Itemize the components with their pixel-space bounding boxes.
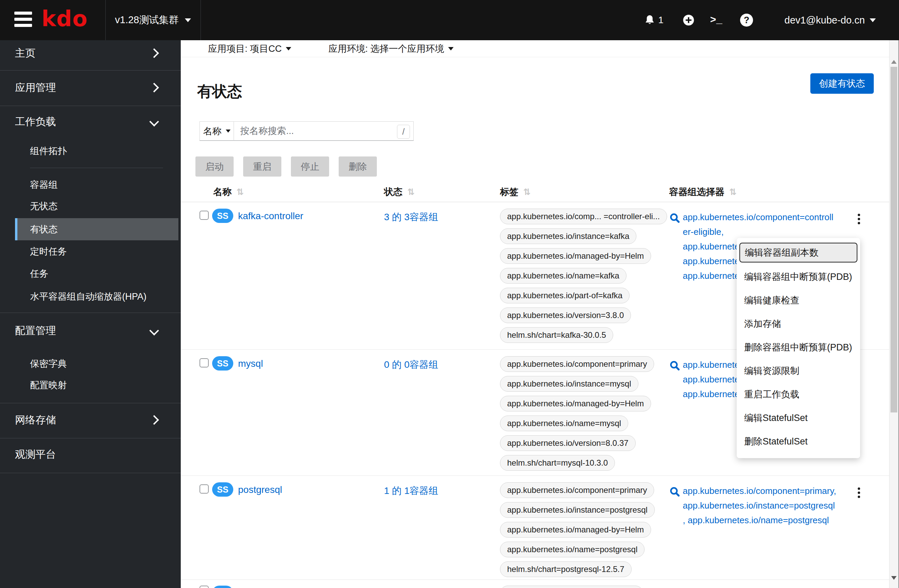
web-terminal-button[interactable]: >_	[710, 0, 722, 40]
search-input[interactable]	[234, 122, 413, 140]
project-dropdown[interactable]: 应用项目: 项目CC	[208, 40, 291, 57]
sidebar-item-topology[interactable]: 组件拓扑	[0, 141, 181, 161]
statefulset-badge: SS	[212, 208, 233, 223]
pod-selector-link[interactable]: app.kubernetes.io/component=primary, app…	[669, 484, 836, 528]
environment-dropdown[interactable]: 应用环境: 选择一个应用环境	[328, 40, 454, 57]
label-tag: app.kubernetes.io/managed-by=Helm	[500, 248, 651, 264]
menu-item-edit-statefulset[interactable]: 编辑StatefulSet	[737, 406, 860, 430]
row-checkbox[interactable]	[199, 485, 209, 494]
label-tag: app.kubernetes.io/component=primary	[500, 356, 654, 372]
row-actions-context-menu: 编辑容器组副本数 编辑容器组中断预算(PDB) 编辑健康检查 添加存储 删除容器…	[737, 238, 860, 458]
sidebar-item-label: 有状态	[30, 223, 58, 236]
labels-list: app.kubernetes.io/component=primary app.…	[500, 356, 654, 471]
nav-toggle-icon[interactable]	[14, 12, 32, 28]
menu-item-delete-pdb[interactable]: 删除容器组中断预算(PDB)	[737, 336, 860, 359]
menu-item-delete-statefulset[interactable]: 删除StatefulSet	[737, 430, 860, 453]
sidebar-item-label: 网络存储	[15, 413, 56, 427]
label-tag: helm.sh/chart=kafka-30.0.5	[500, 327, 613, 343]
workload-name-link[interactable]: postgresql	[238, 485, 282, 495]
scroll-down-arrow-icon[interactable]	[891, 576, 897, 580]
sidebar-item-pods[interactable]: 容器组	[0, 174, 181, 195]
sidebar-item-stateless[interactable]: 无状态	[0, 196, 181, 216]
sidebar-item-app-management[interactable]: 应用管理	[0, 77, 181, 98]
pods-status-link[interactable]: 3 的 3容器组	[384, 211, 438, 224]
vertical-scrollbar[interactable]	[889, 40, 899, 588]
label-tag: app.kubernetes.io/comp... =controller-el…	[500, 208, 667, 224]
selector-text: er-eligible,	[683, 225, 834, 239]
label-tag: app.kubernetes.io/name=kafka	[500, 268, 627, 284]
kebab-menu-button[interactable]	[852, 211, 866, 226]
menu-item-edit-resource-limits[interactable]: 编辑资源限制	[737, 359, 860, 383]
sidebar-item-configmaps[interactable]: 配置映射	[0, 375, 181, 395]
sidebar-item-observability[interactable]: 观测平台	[0, 444, 181, 465]
label-tag: app.kubernetes.io/managed-by=Helm	[500, 522, 651, 537]
start-button[interactable]: 启动	[195, 156, 233, 177]
help-button[interactable]: ?	[740, 0, 753, 40]
sidebar-item-stateful-current[interactable]: 有状态	[15, 218, 178, 240]
sidebar-item-label: 配置映射	[30, 379, 67, 391]
scrollbar-thumb[interactable]	[890, 67, 897, 412]
filter-attribute-select[interactable]: 名称	[199, 121, 234, 141]
sidebar-divider	[0, 313, 181, 313]
context-toolbar: 应用项目: 项目CC 应用环境: 选择一个应用环境	[181, 40, 889, 57]
workload-name-link[interactable]: mysql	[238, 358, 263, 369]
label-tag: app.kubernetes.io/version=8.0.37	[500, 435, 636, 451]
kebab-menu-button[interactable]	[852, 485, 866, 500]
label-tag	[500, 586, 643, 588]
sidebar-item-secrets[interactable]: 保密字典	[0, 353, 181, 374]
selector-text: app.kubernetes.io/instance=postgresql	[683, 498, 836, 513]
sort-icon[interactable]: ⇅	[729, 187, 737, 197]
chevron-down-icon	[185, 19, 191, 22]
label-tag: app.kubernetes.io/managed-by=Helm	[500, 396, 651, 411]
search-icon	[669, 486, 680, 497]
pods-status-link[interactable]: 0 的 0容器组	[384, 358, 438, 371]
sort-icon[interactable]: ⇅	[523, 187, 531, 197]
cluster-selector[interactable]: v1.28测试集群	[105, 0, 201, 40]
notifications-button[interactable]: 1	[644, 0, 664, 40]
sidebar-item-label: 任务	[30, 268, 48, 280]
filter-attribute-label: 名称	[203, 125, 222, 137]
menu-item-add-storage[interactable]: 添加存储	[737, 312, 860, 336]
row-checkbox[interactable]	[199, 358, 209, 367]
menu-item-edit-health-check[interactable]: 编辑健康检查	[737, 289, 860, 312]
menu-item-edit-pdb[interactable]: 编辑容器组中断预算(PDB)	[737, 265, 860, 289]
keyboard-shortcut-hint: /	[397, 125, 410, 139]
row-checkbox[interactable]	[199, 586, 209, 588]
row-checkbox[interactable]	[199, 211, 209, 220]
sidebar-subdivider	[30, 168, 163, 168]
chevron-right-icon	[149, 415, 159, 425]
sidebar-item-jobs[interactable]: 任务	[0, 264, 181, 284]
user-menu[interactable]: dev1@kube-do.cn	[785, 0, 876, 40]
restart-button[interactable]: 重启	[243, 156, 281, 177]
sidebar-item-config-management[interactable]: 配置管理	[0, 320, 181, 341]
pods-status-link[interactable]: 1 的 1容器组	[384, 485, 438, 497]
sidebar-item-cronjobs[interactable]: 定时任务	[0, 241, 181, 262]
chevron-down-icon	[286, 47, 291, 51]
chevron-down-icon	[149, 326, 159, 335]
sidebar-item-hpa[interactable]: 水平容器组自动缩放器(HPA)	[0, 286, 181, 307]
search-icon	[669, 360, 680, 371]
search-box: /	[234, 121, 414, 141]
filter-bar: 名称 /	[199, 121, 414, 141]
sidebar-divider	[0, 70, 181, 71]
chevron-down-icon	[149, 117, 159, 127]
sort-icon[interactable]: ⇅	[236, 187, 244, 197]
workload-name-link[interactable]: kafka-controller	[238, 211, 303, 222]
scroll-up-arrow-icon[interactable]	[891, 60, 897, 64]
create-statefulset-button[interactable]: 创建有状态	[810, 73, 874, 94]
sidebar-item-home[interactable]: 主页	[0, 43, 181, 63]
menu-item-edit-pod-count[interactable]: 编辑容器组副本数	[739, 243, 857, 262]
delete-button[interactable]: 删除	[339, 156, 377, 177]
app-logo[interactable]: kdo	[42, 6, 88, 31]
sort-icon[interactable]: ⇅	[407, 187, 415, 197]
sidebar-divider	[0, 473, 181, 473]
sidebar-item-network-storage[interactable]: 网络存储	[0, 410, 181, 430]
sidebar-item-workloads[interactable]: 工作负载	[0, 111, 181, 132]
sidebar-item-label: 应用管理	[15, 81, 56, 95]
label-tag: app.kubernetes.io/instance=mysql	[500, 376, 638, 392]
quick-create-button[interactable]	[682, 0, 695, 40]
menu-item-restart-workload[interactable]: 重启工作负载	[737, 383, 860, 406]
stop-button[interactable]: 停止	[291, 156, 329, 177]
sidebar-item-label: 无状态	[30, 200, 58, 212]
search-icon	[669, 212, 680, 223]
